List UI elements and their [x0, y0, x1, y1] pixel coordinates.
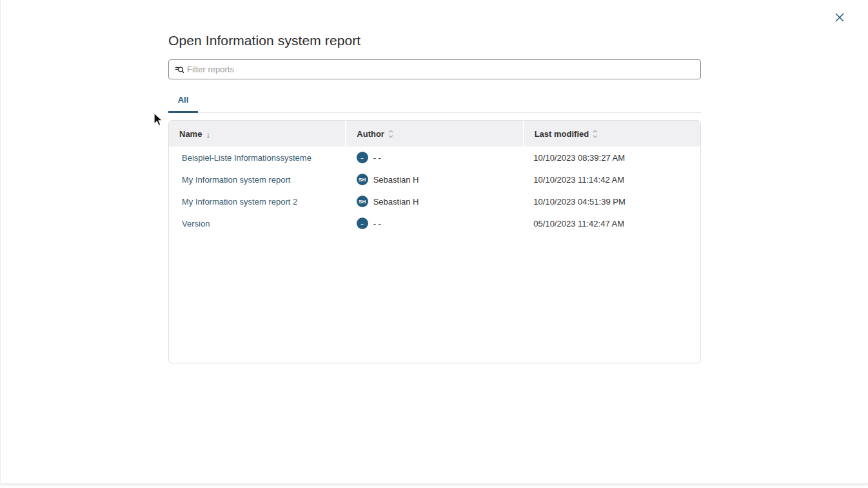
- column-header-last-modified-label: Last modified: [535, 129, 589, 139]
- author-cell: SH Sebastian H: [346, 174, 524, 185]
- column-header-author[interactable]: Author: [346, 121, 522, 147]
- open-report-dialog: Open Information system report All Name …: [0, 0, 868, 484]
- table-row[interactable]: Beispiel-Liste Informationssysteme – - -…: [169, 147, 700, 168]
- author-avatar: SH: [357, 174, 368, 185]
- author-name: - -: [373, 219, 381, 229]
- filter-search-box: [168, 59, 701, 79]
- table-body: Beispiel-Liste Informationssysteme – - -…: [169, 147, 700, 234]
- name-cell: My Information system report: [169, 175, 346, 185]
- report-name-link[interactable]: Version: [179, 219, 210, 229]
- filter-reports-input[interactable]: [187, 65, 695, 74]
- last-modified-value: 10/10/2023 11:14:42 AM: [533, 175, 624, 185]
- column-header-author-label: Author: [357, 129, 384, 139]
- table-row[interactable]: Version – - - 05/10/2023 11:42:47 AM: [169, 212, 700, 234]
- author-name: - -: [373, 153, 381, 163]
- sort-toggle-icon: [593, 130, 598, 138]
- last-modified-cell: 10/10/2023 08:39:27 AM: [523, 153, 700, 163]
- author-cell: SH Sebastian H: [346, 196, 524, 207]
- last-modified-value: 10/10/2023 08:39:27 AM: [533, 153, 625, 163]
- tab-all-label: All: [178, 95, 189, 105]
- table-header-row: Name ↓ Author Last modified: [169, 121, 700, 147]
- name-cell: My Information system report 2: [169, 197, 346, 207]
- last-modified-cell: 10/10/2023 11:14:42 AM: [523, 175, 700, 185]
- name-cell: Version: [169, 219, 346, 229]
- close-icon: [835, 13, 844, 24]
- last-modified-value: 10/10/2023 04:51:39 PM: [533, 197, 625, 207]
- tab-all[interactable]: All: [168, 92, 198, 113]
- mouse-cursor-icon: [153, 112, 164, 130]
- report-name-link[interactable]: My Information system report: [179, 175, 290, 185]
- report-name-link[interactable]: My Information system report 2: [179, 197, 297, 207]
- filter-search-icon: [175, 65, 184, 74]
- last-modified-cell: 05/10/2023 11:42:47 AM: [523, 219, 700, 229]
- column-header-last-modified[interactable]: Last modified: [524, 121, 700, 147]
- column-header-name[interactable]: Name ↓: [169, 121, 345, 147]
- last-modified-cell: 10/10/2023 04:51:39 PM: [523, 197, 700, 207]
- table-row[interactable]: My Information system report SH Sebastia…: [169, 168, 700, 190]
- author-cell: – - -: [346, 152, 524, 163]
- author-avatar: –: [357, 218, 368, 229]
- table-row[interactable]: My Information system report 2 SH Sebast…: [169, 190, 700, 212]
- tab-bar: All: [168, 92, 701, 113]
- author-name: Sebastian H: [373, 175, 419, 185]
- last-modified-value: 05/10/2023 11:42:47 AM: [533, 219, 624, 229]
- reports-table: Name ↓ Author Last modified: [168, 120, 701, 363]
- name-cell: Beispiel-Liste Informationssysteme: [169, 153, 346, 163]
- author-cell: – - -: [346, 218, 524, 229]
- author-name: Sebastian H: [373, 197, 419, 207]
- close-button[interactable]: [833, 11, 847, 25]
- sort-toggle-icon: [388, 130, 393, 138]
- author-avatar: –: [357, 152, 368, 163]
- dialog-title: Open Information system report: [168, 33, 701, 48]
- author-avatar: SH: [357, 196, 368, 207]
- column-header-name-label: Name: [179, 129, 202, 139]
- report-name-link[interactable]: Beispiel-Liste Informationssysteme: [179, 153, 311, 163]
- sort-desc-icon: ↓: [206, 130, 210, 139]
